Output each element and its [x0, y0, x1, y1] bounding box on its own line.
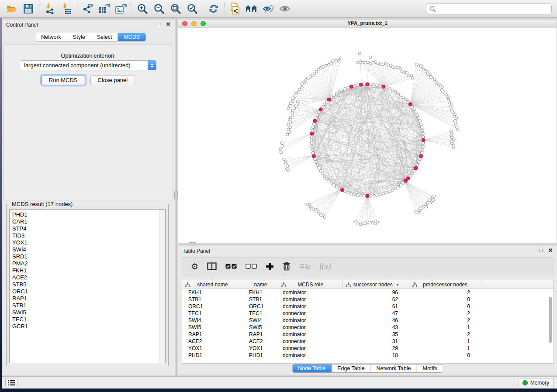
table-row[interactable]: ORC1ORC1dominator610: [182, 303, 554, 310]
mcds-network-node[interactable]: [312, 155, 315, 158]
mcds-result-item[interactable]: STP4: [12, 225, 165, 232]
network-node[interactable]: [384, 62, 387, 65]
vertical-splitter-handle[interactable]: [174, 191, 178, 199]
network-node[interactable]: [382, 192, 385, 195]
network-node[interactable]: [321, 172, 324, 175]
task-history-button[interactable]: [5, 378, 17, 387]
table-row[interactable]: TEC1TEC1connector472: [182, 310, 554, 317]
float-panel-icon[interactable]: □: [155, 21, 163, 28]
network-node[interactable]: [356, 61, 359, 64]
home-button[interactable]: [243, 1, 260, 16]
network-node[interactable]: [429, 199, 431, 201]
network-node[interactable]: [391, 89, 394, 91]
network-node[interactable]: [332, 94, 335, 96]
network-node[interactable]: [432, 199, 434, 201]
network-node[interactable]: [373, 194, 375, 197]
network-node[interactable]: [355, 220, 357, 223]
mcds-network-node[interactable]: [414, 166, 418, 170]
network-node[interactable]: [344, 87, 346, 90]
tab-node-table[interactable]: Node Table: [292, 364, 332, 372]
mcds-network-node[interactable]: [341, 188, 344, 192]
close-panel-button[interactable]: Close panel: [90, 75, 135, 85]
mcds-network-node[interactable]: [349, 85, 353, 88]
mcds-result-item[interactable]: TID3: [12, 232, 165, 239]
network-node[interactable]: [347, 191, 349, 194]
network-node[interactable]: [323, 216, 326, 218]
mcds-network-node[interactable]: [366, 194, 369, 198]
network-node[interactable]: [388, 190, 391, 193]
zoom-in-button[interactable]: [134, 1, 151, 16]
network-node[interactable]: [402, 96, 405, 99]
network-node[interactable]: [421, 129, 424, 132]
network-node[interactable]: [318, 167, 320, 169]
network-node[interactable]: [289, 126, 291, 129]
network-node[interactable]: [405, 98, 407, 101]
mcds-network-node[interactable]: [359, 83, 363, 86]
delete-column-button[interactable]: [283, 262, 291, 271]
network-node[interactable]: [311, 145, 313, 148]
network-node[interactable]: [401, 70, 403, 72]
network-node[interactable]: [376, 194, 378, 196]
mcds-result-item[interactable]: SWI4: [12, 246, 165, 253]
network-node[interactable]: [429, 73, 432, 76]
mcds-result-item[interactable]: SWI5: [12, 309, 165, 316]
network-node[interactable]: [311, 129, 314, 132]
network-node[interactable]: [397, 186, 399, 188]
mcds-network-node[interactable]: [406, 177, 410, 180]
network-node[interactable]: [310, 142, 313, 144]
table-scrollbar-thumb[interactable]: [549, 297, 552, 343]
mcds-result-item[interactable]: STB5: [12, 281, 165, 288]
network-node[interactable]: [339, 57, 342, 59]
new-network-from-selection-button[interactable]: [227, 1, 243, 16]
memory-button[interactable]: Memory: [519, 378, 554, 387]
mcds-list-scrollbar[interactable]: [159, 210, 165, 363]
mcds-network-node[interactable]: [366, 83, 369, 86]
network-node[interactable]: [429, 76, 432, 78]
network-node[interactable]: [291, 111, 294, 114]
network-node[interactable]: [330, 182, 333, 184]
close-panel-icon[interactable]: ✕: [164, 21, 172, 28]
network-node[interactable]: [350, 192, 353, 195]
network-node[interactable]: [312, 123, 315, 125]
network-node[interactable]: [304, 79, 307, 81]
network-node[interactable]: [369, 83, 372, 86]
network-node[interactable]: [311, 151, 314, 154]
network-node[interactable]: [379, 193, 381, 196]
refresh-layout-button[interactable]: [205, 1, 222, 16]
network-node[interactable]: [323, 175, 326, 177]
column-header-shared-name[interactable]: shared name: [182, 280, 243, 289]
network-node[interactable]: [337, 59, 340, 62]
open-session-button[interactable]: [3, 1, 20, 16]
network-node[interactable]: [279, 148, 282, 151]
table-row[interactable]: RAP1RAP1dominator352: [182, 331, 554, 338]
run-mcds-button[interactable]: Run MCDS: [42, 75, 85, 85]
tab-motifs[interactable]: Motifs: [417, 364, 443, 372]
tab-select[interactable]: Select: [91, 33, 118, 41]
network-node[interactable]: [297, 91, 300, 93]
network-node[interactable]: [385, 86, 388, 89]
network-node[interactable]: [413, 108, 415, 111]
network-node[interactable]: [360, 194, 362, 197]
mcds-network-node[interactable]: [327, 98, 331, 101]
network-node[interactable]: [399, 184, 402, 186]
network-node[interactable]: [397, 66, 399, 69]
network-node[interactable]: [421, 148, 424, 151]
network-node[interactable]: [287, 123, 290, 126]
network-node[interactable]: [422, 142, 425, 144]
network-node[interactable]: [373, 83, 375, 86]
import-table-button[interactable]: [58, 1, 75, 16]
network-node[interactable]: [288, 118, 291, 121]
mcds-result-item[interactable]: STB1: [12, 302, 165, 309]
table-row[interactable]: FKH1FKH1dominator962: [182, 289, 554, 296]
mcds-result-item[interactable]: GCR1: [12, 323, 165, 330]
tab-network-table[interactable]: Network Table: [371, 364, 417, 372]
network-node[interactable]: [327, 63, 330, 66]
column-header-successor-nodes[interactable]: successor nodes▾: [343, 280, 409, 289]
network-node[interactable]: [416, 164, 419, 166]
tab-edge-table[interactable]: Edge Table: [332, 364, 370, 372]
mcds-result-item[interactable]: RAP1: [12, 295, 165, 302]
select-all-columns-button[interactable]: [225, 264, 237, 269]
export-image-button[interactable]: [113, 1, 129, 16]
network-node[interactable]: [280, 151, 282, 154]
tab-style[interactable]: Style: [67, 33, 91, 41]
